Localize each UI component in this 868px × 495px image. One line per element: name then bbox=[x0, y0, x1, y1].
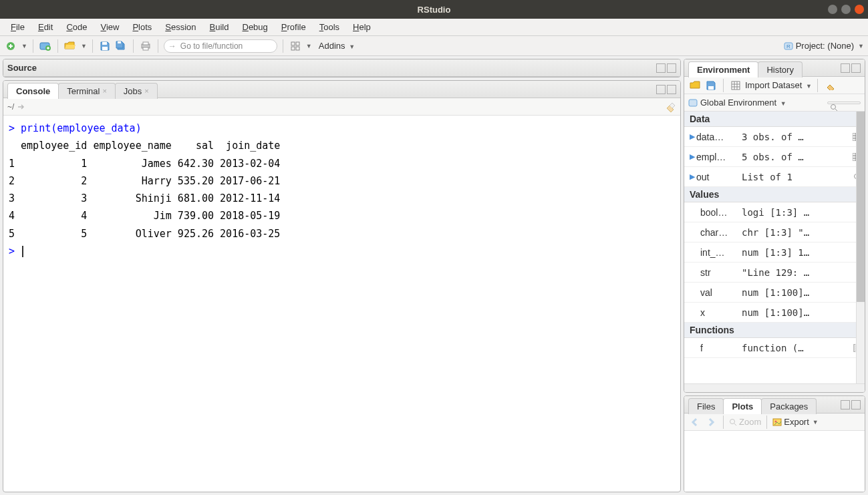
environment-pane: Environment History Imp bbox=[684, 59, 865, 393]
zoom-button[interactable]: Zoom bbox=[729, 417, 761, 427]
tab-jobs[interactable]: Jobs × bbox=[115, 83, 158, 99]
env-row-value[interactable]: bool…logi [1:3] … bbox=[684, 202, 865, 222]
env-section-data: Data bbox=[684, 112, 865, 127]
env-row-function[interactable]: ffunction (… bbox=[684, 338, 865, 358]
tab-environment[interactable]: Environment bbox=[688, 61, 758, 77]
menu-help[interactable]: Help bbox=[346, 22, 378, 32]
tab-plots[interactable]: Plots bbox=[723, 398, 762, 414]
project-selector[interactable]: R Project: (None) ▼ bbox=[784, 41, 864, 51]
open-file-button[interactable] bbox=[63, 39, 77, 53]
addins-menu[interactable]: Addins ▼ bbox=[315, 41, 359, 51]
env-row-data[interactable]: ▶data… 3 obs. of … bbox=[684, 127, 865, 147]
project-label: Project: (None) bbox=[796, 41, 854, 51]
scrollbar-vertical[interactable] bbox=[856, 112, 865, 383]
svg-rect-15 bbox=[708, 86, 714, 90]
save-button[interactable] bbox=[98, 39, 112, 53]
plot-prev-button[interactable] bbox=[688, 416, 702, 429]
search-icon bbox=[830, 104, 838, 112]
source-pane: Source bbox=[3, 59, 681, 77]
env-row-value[interactable]: xnum [1:100]… bbox=[684, 303, 865, 323]
menu-session[interactable]: Session bbox=[158, 22, 202, 32]
svg-rect-17 bbox=[689, 100, 697, 106]
goto-file-function-input[interactable]: Go to file/function bbox=[164, 39, 277, 53]
env-row-data[interactable]: ▶out List of 1 bbox=[684, 167, 865, 187]
env-minimize-icon[interactable] bbox=[841, 63, 850, 73]
expand-icon[interactable]: ▶ bbox=[690, 152, 695, 161]
save-all-button[interactable] bbox=[114, 39, 128, 53]
clear-workspace-button[interactable] bbox=[823, 79, 837, 92]
window-minimize-button[interactable] bbox=[828, 5, 837, 14]
close-icon[interactable]: × bbox=[144, 87, 148, 95]
menu-edit[interactable]: Edit bbox=[31, 22, 59, 32]
close-icon[interactable]: × bbox=[102, 87, 106, 95]
menu-file[interactable]: File bbox=[4, 22, 31, 32]
svg-rect-11 bbox=[291, 47, 295, 50]
tab-terminal[interactable]: Terminal × bbox=[58, 83, 116, 99]
window-maximize-button[interactable] bbox=[841, 5, 851, 14]
project-icon: R bbox=[784, 41, 793, 51]
environment-scope-selector[interactable]: Global Environment ▼ bbox=[700, 98, 786, 108]
menu-build[interactable]: Build bbox=[203, 22, 236, 32]
source-collapse-icon[interactable] bbox=[656, 63, 666, 73]
import-dataset-icon[interactable] bbox=[729, 79, 742, 92]
console-popout-icon[interactable] bbox=[17, 103, 25, 111]
tab-packages[interactable]: Packages bbox=[761, 398, 817, 414]
new-file-button[interactable] bbox=[4, 39, 17, 53]
menu-profile[interactable]: Profile bbox=[275, 22, 313, 32]
console-maximize-icon[interactable] bbox=[667, 85, 676, 94]
env-row-value[interactable]: str"Line 129: … bbox=[684, 263, 865, 283]
svg-point-18 bbox=[831, 104, 836, 109]
new-project-button[interactable] bbox=[39, 39, 52, 53]
env-row-value[interactable]: int_…num [1:3] 1… bbox=[684, 242, 865, 263]
tab-history[interactable]: History bbox=[758, 61, 802, 77]
new-file-dropdown[interactable]: ▼ bbox=[21, 43, 27, 49]
menu-tools[interactable]: Tools bbox=[313, 22, 346, 32]
svg-rect-4 bbox=[102, 47, 108, 50]
separator bbox=[92, 39, 93, 53]
environment-toolbar: Import Dataset ▼ bbox=[684, 77, 865, 94]
load-workspace-button[interactable] bbox=[688, 79, 702, 92]
env-maximize-icon[interactable] bbox=[851, 63, 861, 73]
window-close-button[interactable] bbox=[855, 5, 864, 14]
svg-rect-10 bbox=[296, 42, 299, 45]
menu-debug[interactable]: Debug bbox=[236, 22, 275, 32]
menu-plots[interactable]: Plots bbox=[126, 22, 158, 32]
expand-icon[interactable]: ▶ bbox=[690, 172, 695, 181]
console-output[interactable]: > print(employee_data) employee_id emplo… bbox=[3, 116, 680, 492]
save-workspace-button[interactable] bbox=[704, 79, 718, 92]
export-button[interactable]: Export ▼ bbox=[772, 417, 819, 427]
scrollbar-horizontal[interactable] bbox=[684, 383, 865, 392]
separator bbox=[57, 39, 58, 53]
tab-console[interactable]: Console bbox=[7, 83, 59, 99]
console-pane: Console Terminal × Jobs × ~/ > print(emp… bbox=[3, 80, 681, 492]
menu-view[interactable]: View bbox=[94, 22, 126, 32]
plots-maximize-icon[interactable] bbox=[851, 400, 861, 409]
import-dataset-button[interactable]: Import Dataset ▼ bbox=[745, 80, 812, 90]
separator bbox=[33, 39, 33, 53]
source-pane-header[interactable]: Source bbox=[3, 59, 680, 77]
source-restore-icon[interactable] bbox=[667, 63, 676, 73]
env-section-values: Values bbox=[684, 187, 865, 202]
r-env-icon bbox=[688, 98, 698, 108]
plots-minimize-icon[interactable] bbox=[841, 400, 850, 409]
svg-rect-8 bbox=[143, 47, 148, 50]
menu-code[interactable]: Code bbox=[59, 22, 94, 32]
grid-dropdown[interactable]: ▼ bbox=[306, 43, 312, 49]
titlebar-title: RStudio bbox=[418, 5, 451, 15]
export-icon bbox=[772, 418, 782, 426]
env-row-data[interactable]: ▶empl… 5 obs. of … bbox=[684, 147, 865, 167]
env-row-value[interactable]: char…chr [1:3] "… bbox=[684, 222, 865, 242]
env-row-value[interactable]: valnum [1:100]… bbox=[684, 283, 865, 303]
plot-next-button[interactable] bbox=[704, 416, 718, 429]
expand-icon[interactable]: ▶ bbox=[690, 132, 695, 141]
environment-list: Data ▶data… 3 obs. of … ▶empl… 5 obs. of… bbox=[684, 112, 865, 383]
grid-button[interactable] bbox=[289, 39, 302, 53]
clear-console-button[interactable] bbox=[664, 102, 676, 112]
source-label: Source bbox=[7, 63, 37, 73]
console-minimize-icon[interactable] bbox=[656, 85, 666, 94]
svg-point-23 bbox=[730, 419, 735, 424]
tab-files[interactable]: Files bbox=[688, 398, 724, 414]
environment-search-input[interactable] bbox=[827, 102, 861, 104]
print-button[interactable] bbox=[139, 39, 152, 53]
recent-files-dropdown[interactable]: ▼ bbox=[81, 43, 87, 49]
